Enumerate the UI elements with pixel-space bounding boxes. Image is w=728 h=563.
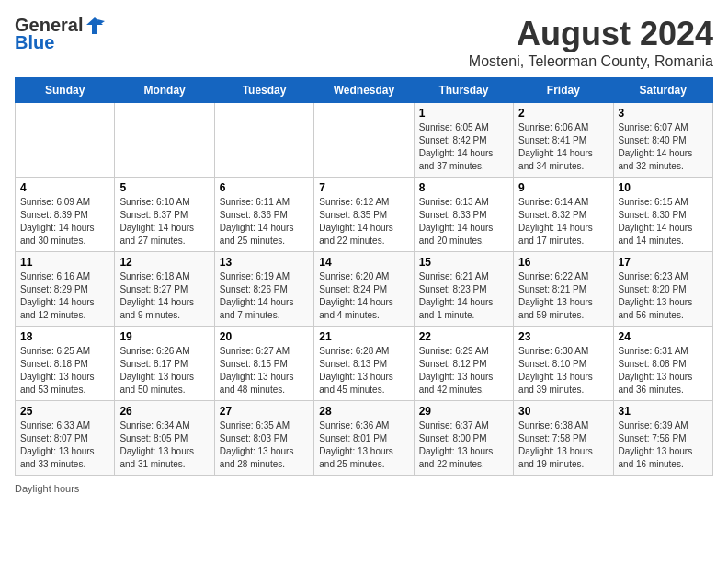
day-info: Sunrise: 6:29 AMSunset: 8:12 PMDaylight:… (419, 345, 508, 396)
day-number: 11 (20, 256, 109, 269)
day-info: Sunrise: 6:16 AMSunset: 8:29 PMDaylight:… (20, 270, 109, 322)
logo-blue-text: Blue (15, 32, 54, 53)
weekday-header-monday: Monday (115, 78, 214, 103)
day-number: 7 (319, 181, 408, 194)
calendar-table: SundayMondayTuesdayWednesdayThursdayFrid… (15, 77, 713, 476)
calendar-cell: 2Sunrise: 6:06 AMSunset: 8:41 PMDaylight… (514, 103, 613, 178)
day-info: Sunrise: 6:23 AMSunset: 8:20 PMDaylight:… (619, 270, 708, 322)
calendar-week-4: 18Sunrise: 6:25 AMSunset: 8:18 PMDayligh… (16, 327, 713, 401)
day-info: Sunrise: 6:34 AMSunset: 8:05 PMDaylight:… (119, 419, 209, 471)
calendar-cell: 23Sunrise: 6:30 AMSunset: 8:10 PMDayligh… (514, 327, 613, 401)
calendar-cell: 15Sunrise: 6:21 AMSunset: 8:23 PMDayligh… (414, 252, 513, 327)
calendar-cell: 3Sunrise: 6:07 AMSunset: 8:40 PMDaylight… (613, 103, 712, 178)
weekday-header-tuesday: Tuesday (214, 78, 313, 103)
calendar-cell: 20Sunrise: 6:27 AMSunset: 8:15 PMDayligh… (214, 327, 313, 401)
location-subtitle: Mosteni, Teleorman County, Romania (469, 53, 713, 70)
day-info: Sunrise: 6:36 AMSunset: 8:01 PMDaylight:… (319, 419, 408, 471)
day-number: 24 (619, 330, 708, 343)
calendar-cell: 26Sunrise: 6:34 AMSunset: 8:05 PMDayligh… (115, 401, 214, 476)
day-info: Sunrise: 6:20 AMSunset: 8:24 PMDaylight:… (319, 270, 408, 322)
day-number: 17 (619, 256, 708, 269)
day-number: 6 (220, 181, 309, 194)
day-info: Sunrise: 6:11 AMSunset: 8:36 PMDaylight:… (220, 196, 309, 247)
calendar-cell: 24Sunrise: 6:31 AMSunset: 8:08 PMDayligh… (613, 327, 712, 401)
day-number: 26 (119, 405, 209, 418)
weekday-header-row: SundayMondayTuesdayWednesdayThursdayFrid… (16, 78, 713, 103)
day-number: 18 (20, 330, 109, 343)
calendar-cell: 1Sunrise: 6:05 AMSunset: 8:42 PMDaylight… (414, 103, 513, 178)
calendar-week-3: 11Sunrise: 6:16 AMSunset: 8:29 PMDayligh… (16, 252, 713, 327)
day-number: 20 (220, 330, 309, 343)
day-number: 27 (220, 405, 309, 418)
day-number: 8 (419, 181, 508, 194)
logo-bird-icon (85, 16, 105, 36)
month-year-title: August 2024 (469, 15, 713, 53)
day-number: 21 (319, 330, 408, 343)
day-info: Sunrise: 6:26 AMSunset: 8:17 PMDaylight:… (119, 345, 209, 396)
daylight-label: Daylight hours (15, 483, 79, 494)
day-info: Sunrise: 6:05 AMSunset: 8:42 PMDaylight:… (419, 121, 508, 173)
calendar-week-1: 1Sunrise: 6:05 AMSunset: 8:42 PMDaylight… (16, 103, 713, 178)
day-number: 12 (119, 256, 209, 269)
day-number: 2 (518, 107, 608, 120)
day-info: Sunrise: 6:28 AMSunset: 8:13 PMDaylight:… (319, 345, 408, 396)
calendar-cell: 11Sunrise: 6:16 AMSunset: 8:29 PMDayligh… (16, 252, 115, 327)
day-info: Sunrise: 6:33 AMSunset: 8:07 PMDaylight:… (20, 419, 109, 471)
calendar-footer: Daylight hours (15, 483, 713, 494)
page-header: General Blue August 2024 Mosteni, Teleor… (15, 15, 713, 70)
day-number: 9 (518, 181, 608, 194)
day-number: 23 (518, 330, 608, 343)
calendar-week-5: 25Sunrise: 6:33 AMSunset: 8:07 PMDayligh… (16, 401, 713, 476)
day-number: 30 (518, 405, 608, 418)
calendar-cell: 6Sunrise: 6:11 AMSunset: 8:36 PMDaylight… (214, 178, 313, 252)
weekday-header-thursday: Thursday (414, 78, 513, 103)
title-block: August 2024 Mosteni, Teleorman County, R… (469, 15, 713, 70)
day-info: Sunrise: 6:13 AMSunset: 8:33 PMDaylight:… (419, 196, 508, 247)
day-number: 22 (419, 330, 508, 343)
day-number: 19 (119, 330, 209, 343)
day-info: Sunrise: 6:38 AMSunset: 7:58 PMDaylight:… (518, 419, 608, 471)
day-info: Sunrise: 6:09 AMSunset: 8:39 PMDaylight:… (20, 196, 109, 247)
day-info: Sunrise: 6:19 AMSunset: 8:26 PMDaylight:… (220, 270, 309, 322)
day-number: 5 (119, 181, 209, 194)
day-number: 14 (319, 256, 408, 269)
day-number: 16 (518, 256, 608, 269)
calendar-cell: 30Sunrise: 6:38 AMSunset: 7:58 PMDayligh… (514, 401, 613, 476)
calendar-cell: 13Sunrise: 6:19 AMSunset: 8:26 PMDayligh… (214, 252, 313, 327)
day-number: 31 (619, 405, 708, 418)
day-number: 4 (20, 181, 109, 194)
day-info: Sunrise: 6:12 AMSunset: 8:35 PMDaylight:… (319, 196, 408, 247)
day-number: 29 (419, 405, 508, 418)
calendar-cell: 12Sunrise: 6:18 AMSunset: 8:27 PMDayligh… (115, 252, 214, 327)
calendar-cell: 8Sunrise: 6:13 AMSunset: 8:33 PMDaylight… (414, 178, 513, 252)
calendar-cell (214, 103, 313, 178)
calendar-cell: 29Sunrise: 6:37 AMSunset: 8:00 PMDayligh… (414, 401, 513, 476)
calendar-cell: 22Sunrise: 6:29 AMSunset: 8:12 PMDayligh… (414, 327, 513, 401)
day-info: Sunrise: 6:22 AMSunset: 8:21 PMDaylight:… (518, 270, 608, 322)
day-info: Sunrise: 6:21 AMSunset: 8:23 PMDaylight:… (419, 270, 508, 322)
day-info: Sunrise: 6:10 AMSunset: 8:37 PMDaylight:… (119, 196, 209, 247)
calendar-cell (115, 103, 214, 178)
calendar-cell: 9Sunrise: 6:14 AMSunset: 8:32 PMDaylight… (514, 178, 613, 252)
calendar-cell: 18Sunrise: 6:25 AMSunset: 8:18 PMDayligh… (16, 327, 115, 401)
calendar-cell: 27Sunrise: 6:35 AMSunset: 8:03 PMDayligh… (214, 401, 313, 476)
day-info: Sunrise: 6:31 AMSunset: 8:08 PMDaylight:… (619, 345, 708, 396)
calendar-cell (314, 103, 414, 178)
day-number: 3 (619, 107, 708, 120)
calendar-cell: 17Sunrise: 6:23 AMSunset: 8:20 PMDayligh… (613, 252, 712, 327)
day-number: 15 (419, 256, 508, 269)
weekday-header-saturday: Saturday (613, 78, 712, 103)
weekday-header-friday: Friday (514, 78, 613, 103)
day-info: Sunrise: 6:18 AMSunset: 8:27 PMDaylight:… (119, 270, 209, 322)
calendar-cell: 14Sunrise: 6:20 AMSunset: 8:24 PMDayligh… (314, 252, 414, 327)
day-info: Sunrise: 6:25 AMSunset: 8:18 PMDaylight:… (20, 345, 109, 396)
day-info: Sunrise: 6:07 AMSunset: 8:40 PMDaylight:… (619, 121, 708, 173)
weekday-header-wednesday: Wednesday (314, 78, 414, 103)
day-number: 1 (419, 107, 508, 120)
day-number: 25 (20, 405, 109, 418)
calendar-cell: 10Sunrise: 6:15 AMSunset: 8:30 PMDayligh… (613, 178, 712, 252)
day-info: Sunrise: 6:35 AMSunset: 8:03 PMDaylight:… (220, 419, 309, 471)
day-info: Sunrise: 6:14 AMSunset: 8:32 PMDaylight:… (518, 196, 608, 247)
day-info: Sunrise: 6:27 AMSunset: 8:15 PMDaylight:… (220, 345, 309, 396)
day-info: Sunrise: 6:15 AMSunset: 8:30 PMDaylight:… (619, 196, 708, 247)
